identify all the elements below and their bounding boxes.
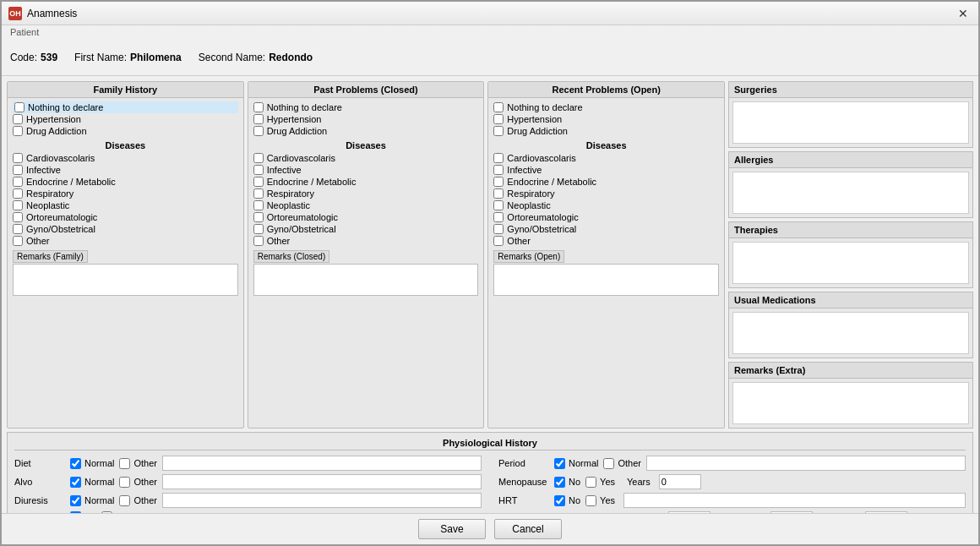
past-hypertension: Hypertension (253, 113, 479, 125)
past-drug-addiction-checkbox[interactable] (253, 126, 264, 136)
past-disease-4: Neoplastic (253, 199, 479, 211)
save-button[interactable]: Save (418, 519, 486, 539)
recent-disease-4-checkbox[interactable] (493, 200, 504, 210)
recent-disease-2-checkbox[interactable] (493, 177, 504, 187)
patient-info-bar: Code: 539 First Name: Philomena Second N… (2, 39, 978, 76)
patient-section-label: Patient (2, 25, 978, 39)
main-window: OH Anamnesis ✕ Patient Code: 539 First N… (0, 0, 980, 546)
past-disease-5-checkbox[interactable] (253, 212, 264, 222)
diuresis-text-input[interactable] (162, 493, 482, 508)
therapies-title: Therapies (729, 222, 972, 238)
surgeries-content[interactable] (732, 101, 969, 144)
allergies-content[interactable] (732, 172, 969, 214)
hrt-row: HRT No Yes (498, 491, 966, 510)
period-other-checkbox[interactable] (603, 458, 614, 469)
family-disease-7-checkbox[interactable] (13, 236, 23, 246)
past-remarks-section: Remarks (Closed) (253, 250, 479, 296)
right-panels: Surgeries Allergies Therapies Usual Medi… (728, 81, 973, 429)
recent-remarks-box[interactable] (493, 264, 719, 296)
family-remarks-label: Remarks (Family) (13, 250, 88, 263)
first-name-label: First Name: (74, 52, 127, 63)
recent-disease-6: Gyno/Obstetrical (493, 223, 719, 235)
past-hypertension-checkbox[interactable] (253, 114, 264, 124)
diet-other-checkbox[interactable] (119, 458, 130, 469)
diet-normal-checkbox[interactable] (70, 458, 81, 469)
window-title: Anamnesis (27, 8, 955, 19)
past-disease-0-checkbox[interactable] (253, 153, 264, 163)
menopause-yes-checkbox[interactable] (585, 477, 596, 488)
diuresis-normal-checkbox[interactable] (70, 495, 81, 506)
diet-text-input[interactable] (162, 456, 482, 471)
past-disease-1-checkbox[interactable] (253, 165, 264, 175)
recent-disease-3-checkbox[interactable] (493, 188, 504, 199)
hrt-no-checkbox[interactable] (554, 495, 565, 506)
diet-other-label: Other (133, 458, 157, 468)
diuresis-other-checkbox[interactable] (119, 495, 130, 506)
alvo-text-input[interactable] (162, 474, 482, 489)
family-drug-addiction-checkbox[interactable] (13, 126, 23, 136)
recent-drug-addiction-checkbox[interactable] (493, 126, 504, 136)
family-remarks-box[interactable] (13, 264, 238, 296)
past-remarks-label: Remarks (Closed) (253, 250, 330, 263)
period-other-label: Other (618, 458, 641, 468)
alvo-normal-label: Normal (84, 477, 114, 487)
recent-disease-2: Endocrine / Metabolic (493, 176, 719, 188)
hrt-text-input[interactable] (623, 493, 966, 508)
family-disease-6-checkbox[interactable] (13, 224, 23, 234)
recent-hypertension-checkbox[interactable] (493, 114, 504, 124)
past-nothing-to-declare: Nothing to declare (253, 101, 479, 113)
recent-disease-3: Respiratory (493, 188, 719, 199)
menopause-no-label: No (569, 477, 580, 487)
remarks-extra-content[interactable] (732, 382, 969, 424)
recent-nothing-to-declare-checkbox[interactable] (493, 102, 504, 112)
past-disease-2-checkbox[interactable] (253, 177, 264, 187)
usual-medications-content[interactable] (732, 312, 969, 354)
menopause-no-checkbox[interactable] (554, 477, 565, 488)
hrt-yes-checkbox[interactable] (585, 495, 596, 506)
period-row: Period Normal Other (498, 454, 966, 472)
usual-medications-title: Usual Medications (729, 292, 972, 308)
allergies-panel: Allergies (728, 151, 973, 218)
recent-problems-panel: Recent Problems (Open) Nothing to declar… (487, 81, 725, 429)
past-disease-4-checkbox[interactable] (253, 200, 264, 210)
period-other-group: Other (603, 458, 641, 469)
recent-disease-5-checkbox[interactable] (493, 212, 504, 222)
family-nothing-to-declare-checkbox[interactable] (14, 102, 24, 112)
recent-disease-7-checkbox[interactable] (493, 236, 504, 246)
family-disease-5-checkbox[interactable] (13, 212, 23, 222)
past-disease-6-checkbox[interactable] (253, 224, 264, 234)
cancel-button[interactable]: Cancel (494, 519, 562, 539)
app-icon: OH (8, 7, 22, 20)
alvo-normal-checkbox[interactable] (70, 477, 81, 488)
menopause-years-label: Years (627, 477, 651, 487)
top-panels: Family History Nothing to declare Hypert… (7, 81, 973, 429)
past-disease-3-checkbox[interactable] (253, 188, 264, 199)
past-diseases-title: Diseases (253, 137, 479, 152)
diuresis-row: Diuresis Normal Other (14, 491, 482, 510)
past-remarks-box[interactable] (253, 264, 479, 296)
family-hypertension-checkbox[interactable] (13, 114, 23, 124)
family-disease-4-checkbox[interactable] (13, 200, 23, 210)
family-disease-0-checkbox[interactable] (13, 153, 23, 163)
family-disease-3-checkbox[interactable] (13, 188, 23, 199)
recent-disease-6-checkbox[interactable] (493, 224, 504, 234)
period-label: Period (498, 458, 549, 468)
family-disease-1-checkbox[interactable] (13, 165, 23, 175)
family-disease-2-checkbox[interactable] (13, 177, 23, 187)
close-button[interactable]: ✕ (955, 5, 972, 22)
past-nothing-to-declare-checkbox[interactable] (253, 102, 264, 112)
recent-remarks-section: Remarks (Open) (493, 250, 719, 296)
recent-disease-1-checkbox[interactable] (493, 165, 504, 175)
period-normal-checkbox[interactable] (554, 458, 565, 469)
period-text-input[interactable] (646, 456, 966, 471)
diet-other-group: Other (119, 458, 157, 469)
alvo-other-checkbox[interactable] (119, 477, 130, 488)
past-problems-panel: Past Problems (Closed) Nothing to declar… (248, 81, 485, 429)
therapies-content[interactable] (732, 242, 969, 284)
family-history-title: Family History (8, 82, 243, 98)
recent-disease-0-checkbox[interactable] (493, 153, 504, 163)
past-disease-7-checkbox[interactable] (253, 236, 264, 246)
menopause-years-input[interactable] (659, 474, 701, 489)
code-label: Code: (10, 52, 37, 63)
diet-normal-label: Normal (84, 458, 114, 468)
